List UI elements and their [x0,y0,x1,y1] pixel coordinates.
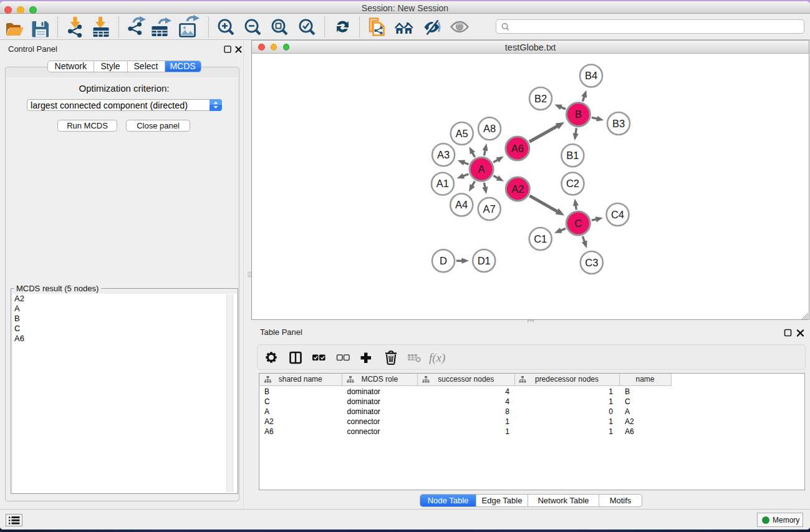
svg-text:A2: A2 [511,183,524,195]
svg-text:C4: C4 [611,209,624,220]
svg-text:B2: B2 [534,93,547,104]
svg-text:C2: C2 [566,178,579,189]
svg-text:f(x): f(x) [429,351,445,365]
svg-text:D1: D1 [478,255,491,266]
svg-text:A7: A7 [483,203,496,215]
svg-text:A3: A3 [437,149,450,160]
svg-text:A6: A6 [511,143,524,154]
svg-text:A1: A1 [436,178,449,189]
svg-text:A8: A8 [483,123,496,134]
svg-text:C3: C3 [585,257,598,268]
svg-text:B3: B3 [612,118,625,129]
svg-text:A5: A5 [456,128,468,139]
svg-text:C: C [574,218,582,229]
svg-text:A4: A4 [455,199,468,210]
svg-text:A: A [478,163,485,175]
svg-text:B1: B1 [566,150,579,161]
svg-text:D: D [440,255,447,266]
svg-text:B: B [575,109,582,120]
svg-text:C1: C1 [534,233,547,244]
svg-text:B4: B4 [585,70,597,81]
